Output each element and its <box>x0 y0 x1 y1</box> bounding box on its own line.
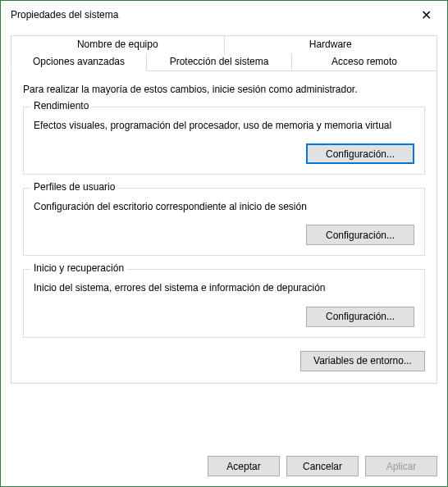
close-icon: ✕ <box>421 7 432 23</box>
group-actions: Configuración... <box>34 143 414 164</box>
tabs-row-bottom: Opciones avanzadas Protección del sistem… <box>11 53 437 71</box>
tab-label: Nombre de equipo <box>77 39 158 50</box>
tab-hardware[interactable]: Hardware <box>225 35 438 54</box>
tab-remote-access[interactable]: Acceso remoto <box>292 53 437 71</box>
close-button[interactable]: ✕ <box>409 3 442 26</box>
tab-panel-advanced: Para realizar la mayoría de estos cambio… <box>11 71 437 384</box>
startup-recovery-settings-button[interactable]: Configuración... <box>306 307 414 327</box>
group-legend: Rendimiento <box>30 100 92 112</box>
performance-settings-button[interactable]: Configuración... <box>306 143 414 164</box>
dialog-footer: Aceptar Cancelar Aplicar <box>1 448 447 486</box>
system-properties-window: Propiedades del sistema ✕ Nombre de equi… <box>0 0 448 487</box>
group-performance: Rendimiento Efectos visuales, programaci… <box>23 107 425 175</box>
apply-button[interactable]: Aplicar <box>365 456 437 476</box>
tab-computer-name[interactable]: Nombre de equipo <box>11 35 225 54</box>
cancel-button[interactable]: Cancelar <box>286 456 359 476</box>
group-description: Efectos visuales, programación del proce… <box>34 119 414 132</box>
tab-advanced-options[interactable]: Opciones avanzadas <box>11 53 147 71</box>
group-startup-recovery: Inicio y recuperación Inicio del sistema… <box>23 269 425 337</box>
group-legend: Inicio y recuperación <box>30 262 127 274</box>
group-description: Inicio del sistema, errores del sistema … <box>34 281 414 294</box>
group-user-profiles: Perfiles de usuario Configuración del es… <box>23 188 425 256</box>
user-profiles-settings-button[interactable]: Configuración... <box>306 225 414 245</box>
ok-button[interactable]: Aceptar <box>208 456 280 476</box>
env-row: Variables de entorno... <box>23 351 425 371</box>
tab-label: Protección del sistema <box>170 56 269 67</box>
window-title: Propiedades del sistema <box>11 9 409 20</box>
tabs-row-top: Nombre de equipo Hardware <box>11 35 437 54</box>
group-description: Configuración del escritorio correspondi… <box>34 200 414 213</box>
tab-system-protection[interactable]: Protección del sistema <box>147 53 292 71</box>
tabs-container: Nombre de equipo Hardware Opciones avanz… <box>11 35 437 384</box>
tab-label: Acceso remoto <box>331 56 397 67</box>
tab-label: Hardware <box>309 39 352 50</box>
admin-notice: Para realizar la mayoría de estos cambio… <box>23 84 425 95</box>
group-actions: Configuración... <box>34 225 414 245</box>
tab-label: Opciones avanzadas <box>33 56 125 67</box>
content-area: Nombre de equipo Hardware Opciones avanz… <box>1 29 447 448</box>
group-actions: Configuración... <box>34 307 414 327</box>
group-legend: Perfiles de usuario <box>30 181 118 193</box>
titlebar: Propiedades del sistema ✕ <box>1 1 447 29</box>
environment-variables-button[interactable]: Variables de entorno... <box>300 351 425 371</box>
